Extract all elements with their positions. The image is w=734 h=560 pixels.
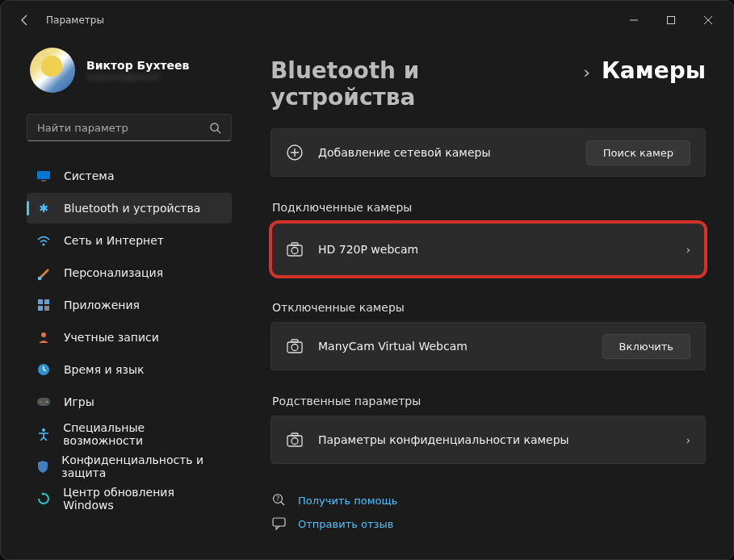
shield-icon [36,459,48,474]
display-icon [36,169,51,183]
camera-icon [286,431,304,449]
nav-list: Система ✱Bluetooth и устройства Сеть и И… [23,161,235,514]
nav-label: Bluetooth и устройства [64,202,200,215]
titlebar: Параметры [1,1,733,40]
section-related-title: Родственные параметры [272,395,706,407]
sidebar-item-time[interactable]: Время и язык [27,354,232,385]
update-icon [36,491,50,506]
chevron-right-icon: › [686,244,690,256]
svg-rect-10 [38,306,43,311]
footer-links: ? Получить помощь Отправить отзыв [271,488,706,535]
nav-label: Специальные возможности [63,421,222,447]
sidebar-item-privacy[interactable]: Конфиденциальность и защита [27,451,232,482]
disconnected-camera-name: ManyCam Virtual Webcam [318,340,588,353]
sidebar: Виктор Бухтеев redacted@email Система ✱B… [1,40,243,559]
svg-rect-7 [38,277,41,280]
svg-point-16 [46,401,48,403]
user-profile[interactable]: Виктор Бухтеев redacted@email [23,40,235,109]
svg-rect-9 [44,299,49,304]
svg-rect-4 [37,171,50,179]
help-label: Получить помощь [298,495,397,507]
nav-label: Персонализация [64,266,163,279]
sidebar-item-network[interactable]: Сеть и Интернет [27,225,232,256]
sidebar-item-bluetooth[interactable]: ✱Bluetooth и устройства [27,193,232,224]
svg-rect-8 [38,299,43,304]
svg-point-2 [211,123,218,130]
connected-camera-name: HD 720P webcam [318,243,672,256]
plus-circle-icon [286,144,304,161]
feedback-link[interactable]: Отправить отзыв [271,512,706,535]
svg-text:?: ? [276,495,279,503]
minimize-button[interactable] [615,7,652,33]
svg-point-6 [43,244,45,246]
avatar [30,48,75,93]
search-input[interactable] [37,122,209,134]
nav-label: Время и язык [64,363,144,376]
wifi-icon [36,233,51,248]
sidebar-item-accessibility[interactable]: Специальные возможности [27,419,232,449]
close-button[interactable] [690,7,727,33]
svg-point-12 [41,332,46,337]
sidebar-item-system[interactable]: Система [27,161,232,191]
apps-icon [36,298,51,312]
profile-name: Виктор Бухтеев [86,59,189,72]
nav-label: Приложения [64,299,140,311]
help-icon: ? [272,493,287,508]
accounts-icon [36,330,51,345]
chevron-right-icon: › [686,434,690,446]
connected-camera-item[interactable]: HD 720P webcam › [271,222,706,277]
camera-privacy-settings-item[interactable]: Параметры конфиденциальности камеры › [271,416,706,464]
sidebar-item-gaming[interactable]: Игры [27,387,232,417]
svg-point-17 [42,428,45,432]
svg-rect-5 [41,180,46,182]
accessibility-icon [36,427,50,441]
sidebar-item-update[interactable]: Центр обновления Windows [27,483,232,514]
svg-rect-30 [273,518,285,526]
settings-window: Параметры Виктор Бухтеев redacted@email … [0,0,734,560]
search-cameras-button[interactable]: Поиск камер [586,140,690,165]
nav-label: Конфиденциальность и защита [61,453,222,479]
back-button[interactable] [10,6,40,35]
privacy-settings-label: Параметры конфиденциальности камеры [318,433,672,446]
svg-rect-14 [37,398,50,406]
nav-label: Сеть и Интернет [64,234,164,247]
profile-email: redacted@email [86,72,189,82]
breadcrumb-current: Камеры [602,57,706,84]
clock-icon [36,362,51,377]
chevron-right-icon: › [583,62,590,82]
svg-point-27 [292,438,298,445]
bluetooth-icon: ✱ [36,201,51,215]
svg-rect-1 [668,17,675,24]
nav-label: Игры [64,395,94,408]
svg-rect-20 [292,243,298,245]
add-network-camera-card: Добавление сетевой камеры Поиск камер [271,128,706,177]
camera-icon [286,240,304,258]
nav-label: Учетные записи [64,331,159,344]
camera-icon [286,337,304,355]
search-box[interactable] [27,114,232,141]
add-camera-label: Добавление сетевой камеры [318,146,572,159]
svg-rect-23 [292,340,298,342]
svg-point-15 [40,401,41,403]
svg-point-24 [292,345,298,351]
window-title: Параметры [46,15,104,26]
maximize-button[interactable] [652,7,690,33]
enable-camera-button[interactable]: Включить [602,334,690,359]
sidebar-item-apps[interactable]: Приложения [27,290,232,320]
breadcrumb-parent[interactable]: Bluetooth и устройства [271,57,572,111]
svg-point-21 [292,248,298,254]
svg-rect-26 [292,433,298,436]
sidebar-item-personalization[interactable]: Персонализация [27,257,232,288]
search-icon [209,122,221,134]
svg-rect-11 [44,306,49,311]
get-help-link[interactable]: ? Получить помощь [271,488,706,512]
feedback-icon [272,517,287,530]
svg-line-3 [217,130,220,133]
breadcrumb: Bluetooth и устройства › Камеры [271,57,706,111]
sidebar-item-accounts[interactable]: Учетные записи [27,322,232,353]
nav-label: Центр обновления Windows [63,486,222,512]
disconnected-camera-item: ManyCam Virtual Webcam Включить [271,322,706,370]
section-disconnected-title: Отключенные камеры [272,301,706,314]
section-connected-title: Подключенные камеры [272,201,706,214]
window-controls [615,7,727,33]
